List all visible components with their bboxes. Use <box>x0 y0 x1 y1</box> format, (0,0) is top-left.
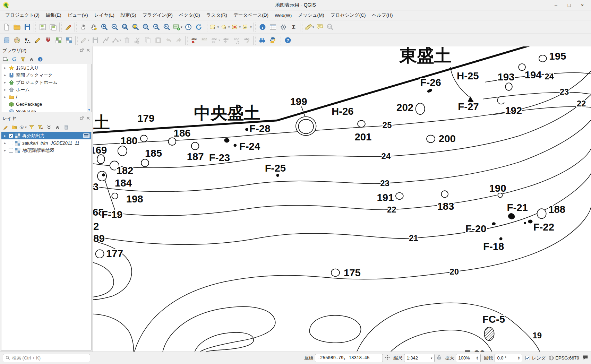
spin-arrows-icon[interactable]: ▲▼ <box>517 356 520 360</box>
menu-レイヤ[interactable]: レイヤ(L) <box>91 11 118 20</box>
chevron-down-icon[interactable]: ▾ <box>250 25 252 29</box>
metasearch-button[interactable] <box>257 35 267 45</box>
magnifier-spinbox[interactable]: 100% ▲▼ <box>456 354 481 362</box>
expander-icon[interactable]: ▸ <box>3 148 7 152</box>
layer-styling-button[interactable] <box>12 35 22 45</box>
deselect-features-button[interactable]: ▾ <box>231 22 242 32</box>
expander-icon[interactable]: ▸ <box>3 95 7 99</box>
chevron-down-icon[interactable]: ▾ <box>431 356 432 360</box>
measure-line-button[interactable]: ▾ <box>304 22 315 32</box>
menu-プロセシング[interactable]: プロセシング(C) <box>327 11 369 20</box>
expander-icon[interactable]: ▸ <box>3 66 7 70</box>
zoom-to-selection-button[interactable] <box>130 22 141 32</box>
expander-icon[interactable]: ▸ <box>3 141 7 145</box>
chevron-down-icon[interactable]: ▾ <box>120 38 121 42</box>
menu-ベクタ[interactable]: ベクタ(O) <box>176 11 203 20</box>
filter-legend-button[interactable] <box>28 123 35 131</box>
menu-編集[interactable]: 編集(E) <box>43 11 65 20</box>
refresh-browser-button[interactable] <box>10 55 18 63</box>
expander-icon[interactable]: ▸ <box>3 73 7 77</box>
chevron-down-icon[interactable]: ▾ <box>239 25 241 29</box>
browser-item-ホーム[interactable]: ▸ホーム <box>1 86 91 93</box>
open-attribute-table-button[interactable] <box>268 22 278 32</box>
options-button[interactable] <box>278 22 289 32</box>
chevron-down-icon[interactable]: ▾ <box>217 25 219 29</box>
browser-item-プロジェクトホーム[interactable]: ▸プロジェクトホーム <box>1 79 91 86</box>
map-tips-button[interactable] <box>315 22 325 32</box>
expand-all-button[interactable] <box>45 123 53 131</box>
menu-設定[interactable]: 設定(S) <box>118 11 139 20</box>
pan-map-button[interactable] <box>78 22 89 32</box>
minimize-button[interactable]: – <box>550 1 562 9</box>
zoom-next-button[interactable] <box>162 22 172 32</box>
coordinate-input[interactable] <box>317 356 380 361</box>
filter-by-expression-button[interactable]: ab <box>36 123 44 131</box>
new-shapefile-layer-button[interactable] <box>53 35 64 45</box>
remove-layer-button[interactable] <box>62 123 70 131</box>
menu-Web[interactable]: Web(W) <box>272 11 295 19</box>
save-project-button[interactable] <box>22 22 33 32</box>
menu-メッシュ[interactable]: メッシュ(M) <box>295 11 327 20</box>
new-map-view-button[interactable]: ▾ <box>172 22 183 32</box>
new-print-layout-button[interactable] <box>37 22 48 32</box>
menu-プラグイン[interactable]: プラグイン(P) <box>139 11 176 20</box>
menu-ビュー[interactable]: ビュー(V) <box>65 11 91 20</box>
help-button[interactable]: ? <box>283 35 293 45</box>
render-checkbox-group[interactable]: レンダ <box>525 355 546 361</box>
select-by-polygon-button[interactable]: ▾ <box>220 22 231 32</box>
pan-to-selection-button[interactable] <box>89 22 99 32</box>
style-manager-button[interactable] <box>63 22 74 32</box>
crs-status[interactable]: EPSG:6679 <box>549 355 579 361</box>
chevron-down-icon[interactable]: ▾ <box>219 38 220 42</box>
render-checkbox[interactable] <box>525 356 530 360</box>
layer-visibility-checkbox[interactable] <box>9 133 13 138</box>
browser-item-お気に入り[interactable]: ▸お気に入り <box>1 64 91 71</box>
layer-item-地理院標準地図[interactable]: ▸地理院標準地図 <box>1 147 91 154</box>
menu-プロジェクト[interactable]: プロジェクト(J) <box>2 11 43 20</box>
layout-manager-button[interactable] <box>48 22 58 32</box>
browser-float-icon[interactable] <box>80 48 84 53</box>
add-group-button[interactable] <box>10 123 18 131</box>
chevron-down-icon[interactable]: ▾ <box>312 25 314 29</box>
add-directory-button[interactable] <box>2 55 9 63</box>
layer-item-satukari_trim_JGDE2011_11[interactable]: ▸satukari_trim_JGDE2011_11 <box>1 139 91 147</box>
add-vector-layer-button[interactable]: V <box>22 35 33 45</box>
menu-ラスタ[interactable]: ラスタ(R) <box>203 11 230 20</box>
menu-ヘルプ[interactable]: ヘルプ(H) <box>369 11 396 20</box>
lock-scale-icon[interactable] <box>436 355 442 361</box>
browser-item-GeoPackage[interactable]: GeoPackage <box>1 101 91 108</box>
select-by-value-button[interactable]: ab▾ <box>241 22 252 32</box>
manage-map-themes-button[interactable]: ▾ <box>19 123 27 131</box>
browser-scrollbar[interactable]: ▼ <box>87 64 91 112</box>
extent-toggle-icon[interactable] <box>385 355 390 361</box>
expander-icon[interactable]: ▸ <box>3 134 7 138</box>
snapping-options-button[interactable] <box>43 35 53 45</box>
enable-properties-widget-button[interactable]: i <box>36 55 44 63</box>
browser-close-icon[interactable] <box>86 48 90 53</box>
data-source-manager-button[interactable] <box>1 35 12 45</box>
new-geopackage-layer-button[interactable] <box>64 35 74 45</box>
chevron-down-icon[interactable]: ▾ <box>181 25 182 29</box>
statistical-summary-button[interactable]: Σ <box>289 22 299 32</box>
browser-item-/[interactable]: ▸/ <box>1 93 91 101</box>
zoom-in-button[interactable] <box>99 22 110 32</box>
zoom-out-button[interactable] <box>110 22 120 32</box>
map-canvas[interactable]: 東盛土中央盛土土199H-26H-25F-26F-272021921931941… <box>93 46 591 352</box>
open-layer-styling-panel-button[interactable] <box>2 123 9 131</box>
identify-features-button[interactable]: i <box>257 22 268 32</box>
layer-legend-toggle[interactable] <box>83 133 90 138</box>
maximize-button[interactable]: □ <box>563 1 575 9</box>
open-project-button[interactable] <box>12 22 22 32</box>
refresh-map-button[interactable] <box>194 22 204 32</box>
layer-visibility-checkbox[interactable] <box>9 141 13 145</box>
toggle-editing-button[interactable] <box>33 35 43 45</box>
layers-close-icon[interactable] <box>86 116 90 121</box>
expander-icon[interactable]: ▸ <box>3 88 7 92</box>
temporal-controller-button[interactable] <box>183 22 194 32</box>
browser-item-空間ブックマーク[interactable]: ▸空間ブックマーク <box>1 71 91 79</box>
layers-float-icon[interactable] <box>80 116 84 121</box>
python-console-button[interactable] <box>267 35 278 45</box>
expander-icon[interactable]: ▸ <box>3 80 7 84</box>
layer-visibility-checkbox[interactable] <box>9 148 13 153</box>
spin-arrows-icon[interactable]: ▲▼ <box>476 356 478 360</box>
